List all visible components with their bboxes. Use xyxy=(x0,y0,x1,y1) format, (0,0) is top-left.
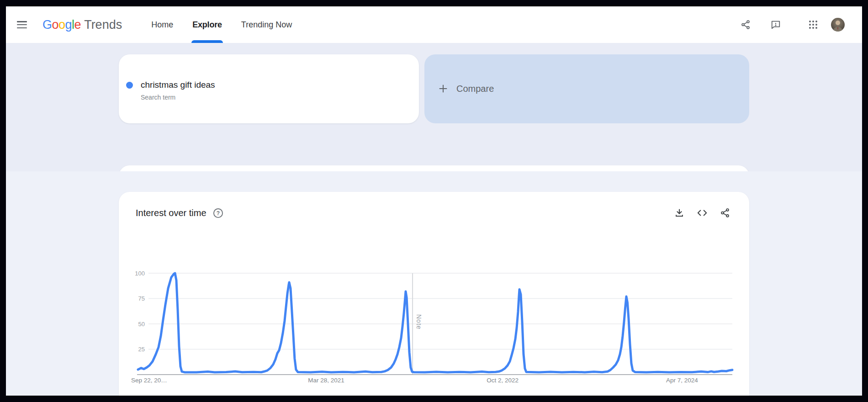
menu-icon[interactable] xyxy=(17,21,27,28)
google-trends-page: GoogleTrends HomeExploreTrending Now xyxy=(6,6,862,396)
app-header: GoogleTrends HomeExploreTrending Now xyxy=(6,6,862,43)
series-color-dot xyxy=(126,82,133,89)
apps-grid-icon[interactable] xyxy=(807,19,819,31)
search-term-type: Search term xyxy=(141,94,175,101)
google-logo-wordmark: Google xyxy=(42,18,81,32)
logo-letter: g xyxy=(65,18,72,32)
chart-toolbar xyxy=(662,207,731,219)
x-axis-tick-label: Sep 22, 20… xyxy=(131,377,167,384)
nav-item-trending-now[interactable]: Trending Now xyxy=(240,6,293,43)
logo-letter: G xyxy=(42,18,52,32)
logo-product-name: Trends xyxy=(84,18,122,32)
download-icon[interactable] xyxy=(673,207,685,219)
x-axis-tick-label: Apr 7, 2024 xyxy=(666,377,698,384)
nav-item-explore[interactable]: Explore xyxy=(191,6,223,43)
search-terms-row: christmas gift ideas Search term Compare xyxy=(119,54,749,123)
logo-letter: e xyxy=(74,18,81,32)
svg-text:?: ? xyxy=(216,210,219,216)
avatar[interactable] xyxy=(831,18,845,32)
plus-icon xyxy=(438,84,448,95)
explore-hero-section: christmas gift ideas Search term Compare… xyxy=(6,43,862,171)
y-axis-tick-label: 25 xyxy=(138,346,145,353)
trend-line-series[interactable] xyxy=(138,273,732,372)
y-axis-tick-label: 100 xyxy=(135,270,145,277)
primary-nav: HomeExploreTrending Now xyxy=(150,6,310,43)
search-term-card[interactable]: christmas gift ideas Search term xyxy=(119,54,419,123)
share-icon[interactable] xyxy=(740,19,752,31)
google-trends-logo[interactable]: GoogleTrends xyxy=(42,18,122,32)
compare-label: Compare xyxy=(456,84,494,94)
add-comparison-card[interactable]: Compare xyxy=(424,54,749,123)
search-term-text[interactable]: christmas gift ideas xyxy=(141,80,215,90)
nav-item-home[interactable]: Home xyxy=(150,6,174,43)
logo-letter: o xyxy=(52,18,59,32)
y-axis-tick-label: 75 xyxy=(138,295,145,302)
embed-icon[interactable] xyxy=(696,207,708,219)
chart-header: Interest over time ? xyxy=(119,192,749,234)
logo-letter: o xyxy=(58,18,65,32)
feedback-icon[interactable] xyxy=(770,19,782,31)
x-axis-tick-label: Mar 28, 2021 xyxy=(308,377,344,384)
share-icon[interactable] xyxy=(719,207,731,219)
x-axis-tick-label: Oct 2, 2022 xyxy=(487,377,519,384)
results-section: 255075100NoteSep 22, 20…Mar 28, 2021Oct … xyxy=(6,171,862,396)
chart-title: Interest over time xyxy=(136,208,206,218)
help-icon[interactable]: ? xyxy=(213,208,223,218)
interest-over-time-card: 255075100NoteSep 22, 20…Mar 28, 2021Oct … xyxy=(119,192,749,396)
note-marker-label[interactable]: Note xyxy=(415,314,423,330)
header-actions xyxy=(740,18,862,32)
y-axis-tick-label: 50 xyxy=(138,321,145,328)
